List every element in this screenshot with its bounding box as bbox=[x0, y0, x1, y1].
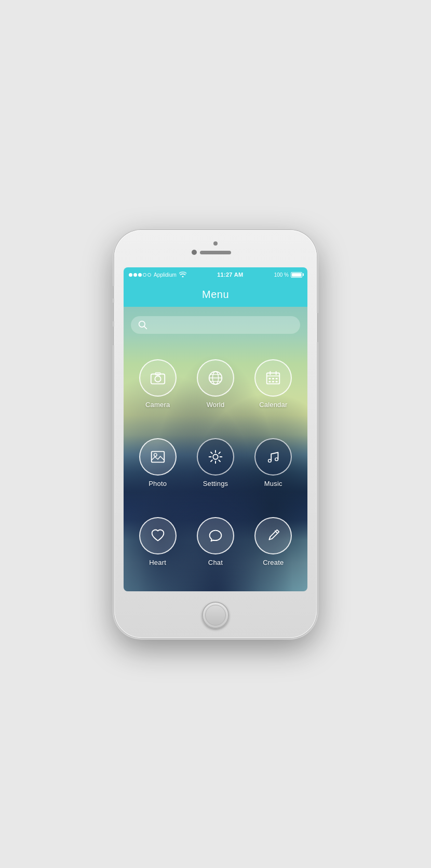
menu-item-world[interactable]: World bbox=[192, 359, 239, 409]
photo-icon bbox=[149, 448, 167, 466]
volume-down-button[interactable] bbox=[112, 327, 114, 345]
create-icon bbox=[264, 527, 282, 545]
power-button[interactable] bbox=[317, 313, 319, 342]
music-icon bbox=[264, 448, 282, 466]
create-circle bbox=[254, 517, 292, 554]
photo-circle bbox=[139, 438, 177, 476]
calendar-icon bbox=[264, 369, 282, 387]
menu-item-music[interactable]: Music bbox=[250, 438, 297, 487]
home-button-inner bbox=[205, 605, 226, 626]
menu-item-create[interactable]: Create bbox=[250, 517, 297, 566]
nav-title: Menu bbox=[202, 289, 229, 301]
phone-screen: Applidium 11:27 AM 100 % Menu bbox=[124, 267, 307, 591]
calendar-label: Calendar bbox=[259, 401, 287, 409]
create-label: Create bbox=[263, 559, 284, 566]
status-bar: Applidium 11:27 AM 100 % bbox=[124, 267, 307, 282]
settings-icon bbox=[207, 448, 224, 466]
status-right: 100 % bbox=[274, 272, 302, 278]
photo-label: Photo bbox=[149, 480, 167, 487]
svg-point-22 bbox=[213, 454, 218, 459]
svg-rect-19 bbox=[276, 381, 278, 382]
carrier-name: Applidium bbox=[154, 272, 177, 278]
mute-switch[interactable] bbox=[112, 286, 114, 299]
world-label: World bbox=[207, 401, 225, 409]
svg-point-21 bbox=[154, 453, 157, 456]
calendar-circle bbox=[254, 359, 292, 397]
wifi-icon bbox=[179, 272, 186, 278]
camera-label: Camera bbox=[145, 401, 170, 409]
heart-label: Heart bbox=[149, 559, 166, 566]
settings-label: Settings bbox=[203, 480, 228, 487]
phone-frame: Applidium 11:27 AM 100 % Menu bbox=[114, 230, 317, 638]
world-icon bbox=[207, 369, 224, 387]
heart-circle bbox=[139, 517, 177, 554]
settings-circle bbox=[197, 438, 234, 476]
menu-item-heart[interactable]: Heart bbox=[134, 517, 181, 566]
menu-item-chat[interactable]: Chat bbox=[192, 517, 239, 566]
nav-bar: Menu bbox=[124, 282, 307, 307]
signal-dot-4 bbox=[143, 273, 146, 277]
menu-item-settings[interactable]: Settings bbox=[192, 438, 239, 487]
music-circle bbox=[254, 438, 292, 476]
icon-grid: Camera World bbox=[124, 339, 307, 591]
svg-rect-20 bbox=[151, 451, 164, 462]
svg-rect-16 bbox=[276, 378, 278, 379]
svg-rect-15 bbox=[272, 378, 274, 379]
search-bar[interactable] bbox=[131, 316, 300, 334]
search-icon bbox=[138, 320, 147, 330]
status-left: Applidium bbox=[129, 272, 186, 278]
menu-item-camera[interactable]: Camera bbox=[134, 359, 181, 409]
chat-circle bbox=[197, 517, 234, 554]
signal-dot-1 bbox=[129, 273, 132, 277]
menu-row-2: Photo Settings bbox=[129, 438, 302, 487]
camera-circle bbox=[139, 359, 177, 397]
world-circle bbox=[197, 359, 234, 397]
chat-icon bbox=[207, 527, 224, 545]
content-area: Camera World bbox=[124, 307, 307, 591]
battery-fill bbox=[292, 273, 301, 277]
signal-dot-3 bbox=[138, 273, 142, 277]
camera-icon bbox=[149, 369, 167, 387]
earpiece bbox=[200, 251, 231, 254]
search-input-wrap[interactable] bbox=[131, 316, 300, 334]
svg-rect-18 bbox=[272, 381, 274, 382]
signal-dots bbox=[129, 273, 151, 277]
menu-item-photo[interactable]: Photo bbox=[134, 438, 181, 487]
heart-icon bbox=[149, 527, 167, 545]
front-camera bbox=[192, 250, 197, 255]
svg-line-1 bbox=[144, 327, 147, 329]
svg-rect-14 bbox=[269, 378, 271, 379]
menu-row-1: Camera World bbox=[129, 359, 302, 409]
svg-point-3 bbox=[155, 376, 160, 382]
signal-dot-5 bbox=[147, 273, 151, 277]
speaker-dot bbox=[213, 241, 218, 246]
home-button[interactable] bbox=[202, 602, 229, 629]
status-time: 11:27 AM bbox=[217, 272, 243, 278]
signal-dot-2 bbox=[133, 273, 137, 277]
menu-row-3: Heart Chat bbox=[129, 517, 302, 566]
battery-icon bbox=[291, 272, 302, 278]
battery-percentage: 100 % bbox=[274, 272, 289, 278]
chat-label: Chat bbox=[208, 559, 223, 566]
svg-rect-17 bbox=[269, 381, 271, 382]
search-placeholder bbox=[152, 321, 293, 329]
volume-up-button[interactable] bbox=[112, 303, 114, 321]
menu-item-calendar[interactable]: Calendar bbox=[250, 359, 297, 409]
music-label: Music bbox=[264, 480, 282, 487]
